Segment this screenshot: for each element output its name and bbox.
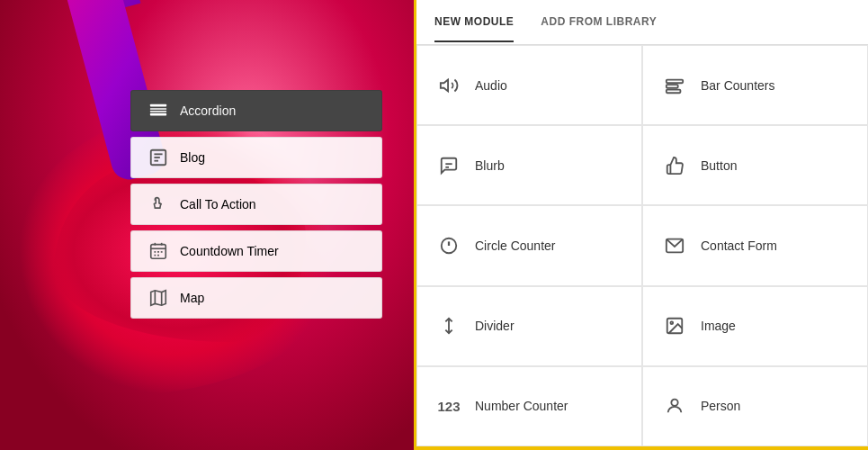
svg-rect-21	[667, 79, 683, 83]
contact-icon	[661, 232, 688, 259]
svg-point-30	[670, 322, 673, 325]
person-icon	[661, 392, 688, 419]
left-panel: Accordion Blog Call To Action Countdown …	[0, 0, 414, 450]
svg-rect-23	[667, 89, 681, 93]
cta-label: Call To Action	[180, 197, 256, 212]
svg-rect-22	[667, 85, 678, 88]
svg-rect-2	[150, 111, 166, 112]
svg-rect-3	[150, 113, 166, 116]
module-card-number[interactable]: 123 Number Counter	[416, 366, 642, 446]
number-icon: 123	[435, 392, 462, 419]
tab-add-library[interactable]: ADD FROM LIBRARY	[541, 3, 657, 42]
tab-header: NEW MODULE ADD FROM LIBRARY	[416, 0, 868, 45]
map-label: Map	[180, 291, 204, 305]
person-label: Person	[701, 399, 740, 413]
cta-icon	[148, 194, 169, 215]
accordion-label: Accordion	[180, 104, 236, 118]
left-module-cta[interactable]: Call To Action	[130, 184, 382, 225]
module-list: Accordion Blog Call To Action Countdown …	[130, 90, 382, 319]
module-card-image[interactable]: Image	[642, 286, 868, 366]
tab-new-module[interactable]: NEW MODULE	[434, 3, 514, 42]
bar-icon	[661, 72, 688, 99]
module-card-contact[interactable]: Contact Form	[642, 205, 868, 285]
countdown-label: Countdown Timer	[180, 244, 279, 258]
button-icon	[661, 152, 688, 179]
left-module-map[interactable]: Map	[130, 277, 382, 319]
accordion-icon	[148, 100, 169, 122]
module-card-divider[interactable]: Divider	[416, 286, 642, 366]
blog-label: Blog	[180, 150, 205, 165]
audio-icon	[435, 72, 462, 99]
module-card-audio[interactable]: Audio	[416, 45, 642, 125]
button-label: Button	[701, 158, 737, 173]
svg-rect-0	[150, 104, 166, 107]
blurb-icon	[435, 152, 462, 179]
circle-icon	[435, 232, 462, 259]
circle-label: Circle Counter	[475, 238, 555, 253]
bar-label: Bar Counters	[701, 78, 774, 93]
audio-label: Audio	[475, 78, 507, 93]
contact-label: Contact Form	[701, 238, 777, 253]
svg-marker-20	[441, 79, 448, 91]
module-card-person[interactable]: Person	[642, 366, 868, 446]
divider-icon	[435, 312, 462, 339]
divider-label: Divider	[475, 319, 515, 333]
module-card-bar[interactable]: Bar Counters	[642, 45, 868, 125]
svg-marker-17	[151, 291, 166, 306]
blurb-label: Blurb	[475, 158, 505, 173]
map-icon	[148, 287, 169, 309]
bottom-accent	[416, 446, 868, 450]
svg-point-31	[671, 400, 677, 406]
module-card-circle[interactable]: Circle Counter	[416, 205, 642, 285]
blog-icon	[148, 147, 169, 168]
modules-grid: Audio Bar Counters Blurb Button	[416, 45, 868, 446]
module-card-button[interactable]: Button	[642, 125, 868, 205]
svg-rect-1	[150, 108, 166, 109]
countdown-icon	[148, 240, 169, 262]
image-icon	[661, 312, 688, 339]
number-label: Number Counter	[475, 399, 568, 413]
right-panel: NEW MODULE ADD FROM LIBRARY Audio Bar Co…	[414, 0, 868, 450]
left-module-accordion[interactable]: Accordion	[130, 90, 382, 131]
image-label: Image	[701, 319, 736, 333]
module-card-blurb[interactable]: Blurb	[416, 125, 642, 205]
left-module-blog[interactable]: Blog	[130, 137, 382, 178]
left-module-countdown[interactable]: Countdown Timer	[130, 230, 382, 272]
